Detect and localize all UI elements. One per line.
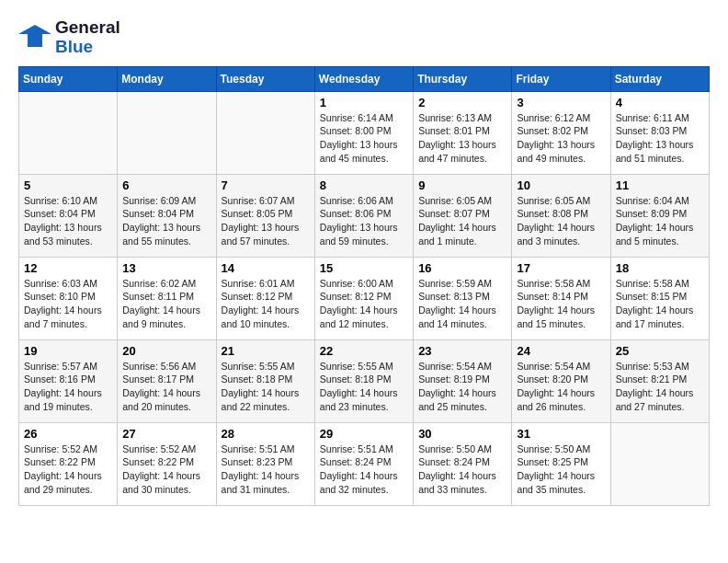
calendar-cell: 15Sunrise: 6:00 AM Sunset: 8:12 PM Dayli…: [314, 257, 413, 339]
calendar-cell: 20Sunrise: 5:56 AM Sunset: 8:17 PM Dayli…: [118, 339, 216, 422]
day-info: Sunrise: 5:51 AM Sunset: 8:23 PM Dayligh…: [222, 442, 310, 497]
day-number: 13: [122, 261, 210, 275]
day-number: 30: [418, 427, 506, 441]
day-number: 4: [616, 96, 704, 109]
day-header-sunday: Sunday: [19, 66, 118, 91]
logo: GeneralBlue: [18, 18, 120, 57]
day-number: 20: [122, 344, 210, 358]
calendar-cell: 11Sunrise: 6:04 AM Sunset: 8:09 PM Dayli…: [610, 174, 709, 257]
day-info: Sunrise: 6:04 AM Sunset: 8:09 PM Dayligh…: [616, 194, 704, 248]
calendar-cell: 29Sunrise: 5:51 AM Sunset: 8:24 PM Dayli…: [314, 422, 413, 505]
day-info: Sunrise: 6:05 AM Sunset: 8:08 PM Dayligh…: [517, 194, 605, 248]
day-header-saturday: Saturday: [610, 66, 709, 91]
calendar-cell: 23Sunrise: 5:54 AM Sunset: 8:19 PM Dayli…: [414, 339, 512, 422]
day-info: Sunrise: 6:12 AM Sunset: 8:02 PM Dayligh…: [517, 111, 605, 166]
day-number: 8: [320, 178, 408, 192]
calendar-cell: 21Sunrise: 5:55 AM Sunset: 8:18 PM Dayli…: [216, 339, 314, 422]
day-info: Sunrise: 5:55 AM Sunset: 8:18 PM Dayligh…: [222, 360, 310, 414]
calendar-cell: 25Sunrise: 5:53 AM Sunset: 8:21 PM Dayli…: [610, 339, 709, 422]
logo-blue: Blue: [55, 38, 120, 57]
calendar-cell: [610, 422, 709, 505]
day-header-thursday: Thursday: [414, 66, 512, 91]
calendar-cell: [19, 91, 118, 174]
calendar-cell: 4Sunrise: 6:11 AM Sunset: 8:03 PM Daylig…: [610, 91, 709, 174]
calendar-cell: 27Sunrise: 5:52 AM Sunset: 8:22 PM Dayli…: [118, 422, 216, 505]
calendar-cell: 1Sunrise: 6:14 AM Sunset: 8:00 PM Daylig…: [314, 91, 413, 174]
calendar-cell: 30Sunrise: 5:50 AM Sunset: 8:24 PM Dayli…: [414, 422, 512, 505]
calendar-cell: 19Sunrise: 5:57 AM Sunset: 8:16 PM Dayli…: [19, 339, 118, 422]
day-number: 29: [320, 427, 408, 441]
calendar-cell: 17Sunrise: 5:58 AM Sunset: 8:14 PM Dayli…: [512, 257, 610, 339]
day-header-wednesday: Wednesday: [314, 66, 413, 91]
calendar-cell: 10Sunrise: 6:05 AM Sunset: 8:08 PM Dayli…: [512, 174, 610, 257]
day-info: Sunrise: 5:52 AM Sunset: 8:22 PM Dayligh…: [24, 442, 112, 497]
day-number: 11: [616, 178, 704, 192]
day-info: Sunrise: 6:06 AM Sunset: 8:06 PM Dayligh…: [320, 194, 408, 248]
day-number: 2: [418, 96, 506, 109]
svg-marker-0: [18, 25, 51, 47]
logo-general: General: [55, 18, 120, 38]
day-number: 15: [320, 261, 408, 275]
day-number: 6: [122, 178, 210, 192]
page-header: GeneralBlue: [18, 18, 710, 57]
day-number: 5: [24, 178, 112, 192]
day-number: 3: [517, 96, 605, 109]
day-info: Sunrise: 6:01 AM Sunset: 8:12 PM Dayligh…: [222, 277, 310, 331]
day-info: Sunrise: 5:50 AM Sunset: 8:24 PM Dayligh…: [418, 442, 506, 497]
day-info: Sunrise: 6:10 AM Sunset: 8:04 PM Dayligh…: [24, 194, 112, 248]
day-number: 26: [24, 427, 112, 441]
calendar-cell: 6Sunrise: 6:09 AM Sunset: 8:04 PM Daylig…: [118, 174, 216, 257]
calendar-cell: 8Sunrise: 6:06 AM Sunset: 8:06 PM Daylig…: [314, 174, 413, 257]
day-info: Sunrise: 5:57 AM Sunset: 8:16 PM Dayligh…: [24, 360, 112, 414]
day-number: 23: [418, 344, 506, 358]
calendar-cell: 2Sunrise: 6:13 AM Sunset: 8:01 PM Daylig…: [414, 91, 512, 174]
day-number: 7: [222, 178, 310, 192]
calendar-table: SundayMondayTuesdayWednesdayThursdayFrid…: [18, 66, 710, 506]
day-number: 25: [616, 344, 704, 358]
calendar-cell: 16Sunrise: 5:59 AM Sunset: 8:13 PM Dayli…: [414, 257, 512, 339]
day-info: Sunrise: 6:07 AM Sunset: 8:05 PM Dayligh…: [222, 194, 310, 248]
calendar-cell: 28Sunrise: 5:51 AM Sunset: 8:23 PM Dayli…: [216, 422, 314, 505]
calendar-cell: 13Sunrise: 6:02 AM Sunset: 8:11 PM Dayli…: [118, 257, 216, 339]
day-info: Sunrise: 6:03 AM Sunset: 8:10 PM Dayligh…: [24, 277, 112, 331]
logo-icon: [18, 21, 51, 54]
calendar-cell: 18Sunrise: 5:58 AM Sunset: 8:15 PM Dayli…: [610, 257, 709, 339]
calendar-cell: [118, 91, 216, 174]
day-info: Sunrise: 5:54 AM Sunset: 8:19 PM Dayligh…: [418, 360, 506, 414]
day-number: 17: [517, 261, 605, 275]
calendar-cell: 9Sunrise: 6:05 AM Sunset: 8:07 PM Daylig…: [414, 174, 512, 257]
calendar-week-row: 26Sunrise: 5:52 AM Sunset: 8:22 PM Dayli…: [19, 422, 710, 505]
day-number: 10: [517, 178, 605, 192]
day-info: Sunrise: 5:58 AM Sunset: 8:14 PM Dayligh…: [517, 277, 605, 331]
day-info: Sunrise: 6:09 AM Sunset: 8:04 PM Dayligh…: [122, 194, 210, 248]
day-info: Sunrise: 5:59 AM Sunset: 8:13 PM Dayligh…: [418, 277, 506, 331]
day-info: Sunrise: 6:13 AM Sunset: 8:01 PM Dayligh…: [418, 111, 506, 166]
calendar-week-row: 5Sunrise: 6:10 AM Sunset: 8:04 PM Daylig…: [19, 174, 710, 257]
day-info: Sunrise: 5:56 AM Sunset: 8:17 PM Dayligh…: [122, 360, 210, 414]
day-info: Sunrise: 5:53 AM Sunset: 8:21 PM Dayligh…: [616, 360, 704, 414]
day-info: Sunrise: 6:14 AM Sunset: 8:00 PM Dayligh…: [320, 111, 408, 166]
calendar-cell: 5Sunrise: 6:10 AM Sunset: 8:04 PM Daylig…: [19, 174, 118, 257]
day-info: Sunrise: 5:52 AM Sunset: 8:22 PM Dayligh…: [122, 442, 210, 497]
day-number: 12: [24, 261, 112, 275]
calendar-cell: 31Sunrise: 5:50 AM Sunset: 8:25 PM Dayli…: [512, 422, 610, 505]
day-number: 18: [616, 261, 704, 275]
day-number: 24: [517, 344, 605, 358]
day-number: 19: [24, 344, 112, 358]
calendar-cell: 3Sunrise: 6:12 AM Sunset: 8:02 PM Daylig…: [512, 91, 610, 174]
logo-text-block: GeneralBlue: [55, 18, 120, 57]
day-number: 21: [222, 344, 310, 358]
day-header-friday: Friday: [512, 66, 610, 91]
calendar-header-row: SundayMondayTuesdayWednesdayThursdayFrid…: [19, 66, 710, 91]
calendar-cell: 22Sunrise: 5:55 AM Sunset: 8:18 PM Dayli…: [314, 339, 413, 422]
day-info: Sunrise: 6:02 AM Sunset: 8:11 PM Dayligh…: [122, 277, 210, 331]
day-info: Sunrise: 5:58 AM Sunset: 8:15 PM Dayligh…: [616, 277, 704, 331]
calendar-cell: 14Sunrise: 6:01 AM Sunset: 8:12 PM Dayli…: [216, 257, 314, 339]
calendar-week-row: 19Sunrise: 5:57 AM Sunset: 8:16 PM Dayli…: [19, 339, 710, 422]
day-header-tuesday: Tuesday: [216, 66, 314, 91]
calendar-week-row: 1Sunrise: 6:14 AM Sunset: 8:00 PM Daylig…: [19, 91, 710, 174]
day-info: Sunrise: 5:54 AM Sunset: 8:20 PM Dayligh…: [517, 360, 605, 414]
day-info: Sunrise: 5:51 AM Sunset: 8:24 PM Dayligh…: [320, 442, 408, 497]
day-number: 27: [122, 427, 210, 441]
calendar-cell: 7Sunrise: 6:07 AM Sunset: 8:05 PM Daylig…: [216, 174, 314, 257]
